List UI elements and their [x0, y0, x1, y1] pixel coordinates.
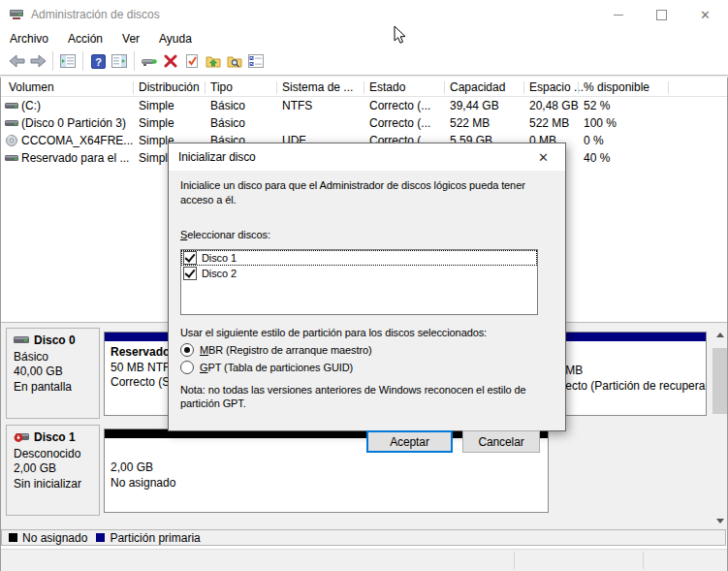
partition-size: 2,00 GB — [111, 460, 153, 474]
checkbox-checked-icon[interactable] — [183, 251, 197, 265]
folder-search-icon[interactable] — [224, 51, 245, 71]
help-icon[interactable]: ? — [87, 51, 109, 71]
cell-espacio: 522 MB — [529, 116, 569, 130]
arrow-up-icon — [716, 333, 724, 337]
radio-unselected-icon[interactable] — [180, 361, 194, 374]
cell-volumen: (C:) — [21, 99, 41, 112]
checkbox-checked-icon[interactable] — [183, 267, 197, 280]
header-divider[interactable] — [364, 81, 364, 94]
checklist-icon[interactable] — [245, 51, 267, 71]
header-divider[interactable] — [668, 81, 669, 94]
menu-ver[interactable]: Ver — [112, 29, 149, 48]
unallocated-swatch — [9, 533, 17, 542]
action-pane-icon[interactable] — [109, 51, 130, 71]
menu-ayuda[interactable]: Ayuda — [149, 29, 202, 48]
back-icon[interactable] — [6, 51, 27, 71]
cell-volumen: (Disco 0 Partición 3) — [21, 116, 126, 130]
disk-option-1[interactable]: Disco 1 — [181, 250, 537, 266]
minimize-button[interactable] — [596, 1, 640, 28]
col-capacidad[interactable]: Capacidad — [450, 80, 505, 94]
cell-capacidad: 39,44 GB — [450, 99, 499, 112]
header-divider[interactable] — [523, 81, 524, 94]
menu-accion[interactable]: Acción — [58, 29, 112, 48]
cell-tipo: Básico — [210, 99, 245, 112]
disk1-label[interactable]: Disco 1 Desconocido 2,00 GB Sin iniciali… — [6, 425, 100, 516]
legend-primary-partition: Partición primaria — [96, 531, 200, 545]
partition-status: Correcto (Partición de recuperación) — [543, 379, 707, 393]
status-divider — [514, 552, 515, 569]
cell-disponible: 52 % — [584, 99, 610, 112]
select-disks-rest: eleccionar discos: — [187, 229, 270, 240]
volume-row-part3[interactable]: (Disco 0 Partición 3) Simple Básico Corr… — [1, 114, 727, 132]
header-divider[interactable] — [578, 81, 579, 94]
maximize-button[interactable] — [640, 1, 683, 28]
check-document-icon[interactable] — [181, 51, 203, 71]
gpt-option-label: GPT (Tabla de particiones GUID) — [200, 362, 353, 373]
scroll-up-button[interactable] — [712, 327, 727, 343]
volume-row-c[interactable]: (C:) Simple Básico NTFS Correcto (... 39… — [1, 97, 727, 114]
header-divider[interactable] — [133, 81, 134, 94]
title-bar: Administración de discos ✕ — [0, 0, 728, 29]
partition-style-label: Usar el siguiente estilo de partición pa… — [180, 327, 487, 338]
gpt-option[interactable]: GPT (Tabla de particiones GUID) — [180, 361, 353, 374]
delete-icon[interactable] — [160, 51, 181, 71]
cell-estado: Correcto (... — [369, 116, 430, 130]
cancel-button[interactable]: Cancelar — [462, 430, 540, 453]
status-bar — [1, 549, 727, 571]
menu-bar: Archivo Acción Ver Ayuda — [0, 29, 728, 48]
col-disponible[interactable]: % disponible — [584, 80, 649, 94]
disk0-status: En pantalla — [14, 380, 72, 394]
header-divider[interactable] — [444, 81, 445, 94]
legend-label: Partición primaria — [110, 531, 200, 545]
header-divider[interactable] — [205, 81, 206, 94]
drive-icon — [5, 117, 19, 129]
scrollbar-thumb[interactable] — [712, 348, 727, 414]
folder-up-icon[interactable] — [203, 51, 224, 71]
dialog-title-bar: Inicializar disco ✕ — [169, 143, 565, 171]
col-volumen[interactable]: Volumen — [9, 80, 54, 94]
close-button[interactable]: ✕ — [683, 1, 727, 28]
note-line1: Nota: no todas las versiones anteriores … — [180, 384, 526, 396]
col-espacio[interactable]: Espacio ... — [529, 80, 584, 94]
disk0-label[interactable]: Disco 0 Básico 40,00 GB En pantalla — [6, 328, 100, 419]
disk-option-label: Disco 1 — [202, 252, 237, 264]
scroll-down-button[interactable] — [712, 513, 727, 529]
disk-icon — [14, 334, 30, 346]
mouse-cursor — [394, 25, 407, 45]
drive-icon — [5, 100, 19, 111]
col-sistema[interactable]: Sistema de ... — [282, 80, 353, 94]
cd-icon — [5, 135, 19, 146]
maximize-icon — [656, 10, 667, 20]
window-title: Administración de discos — [31, 8, 160, 21]
forward-icon[interactable] — [27, 51, 48, 71]
accept-button[interactable]: Aceptar — [366, 430, 453, 453]
close-icon: ✕ — [700, 8, 711, 22]
primary-partition-swatch — [96, 533, 105, 542]
disk1-status: Sin inicializar — [14, 477, 81, 491]
gpt-rest: PT (Tabla de particiones GUID) — [207, 362, 353, 373]
col-estado[interactable]: Estado — [369, 80, 405, 94]
cell-distribucion: Simple — [139, 116, 174, 130]
cell-capacidad: 522 MB — [450, 116, 490, 130]
mbr-option[interactable]: MBR (Registro de arranque maestro) — [180, 343, 372, 357]
dialog-close-button[interactable]: ✕ — [522, 143, 565, 171]
disk-listbox[interactable]: Disco 1 Disco 2 — [180, 249, 538, 315]
status-divider — [643, 552, 644, 569]
col-tipo[interactable]: Tipo — [210, 80, 233, 94]
vertical-scrollbar[interactable] — [712, 327, 727, 529]
disk0-name: Disco 0 — [34, 333, 76, 349]
cell-espacio: 20,48 GB — [529, 99, 579, 112]
show-console-tree-icon[interactable] — [57, 51, 79, 71]
disk-option-2[interactable]: Disco 2 — [181, 266, 537, 281]
cell-volumen: Reservado para el ... — [21, 151, 129, 165]
disk1-name: Disco 1 — [34, 430, 76, 446]
device-status-icon[interactable] — [139, 51, 160, 71]
cell-tipo: Básico — [210, 116, 245, 130]
toolbar-separator — [134, 51, 135, 71]
radio-selected-icon[interactable] — [180, 343, 194, 357]
header-divider[interactable] — [276, 81, 277, 94]
partition-status: No asignado — [111, 476, 175, 490]
menu-archivo[interactable]: Archivo — [0, 29, 58, 48]
partition-title: Reservado — [111, 345, 170, 359]
col-distribucion[interactable]: Distribución — [139, 80, 200, 94]
